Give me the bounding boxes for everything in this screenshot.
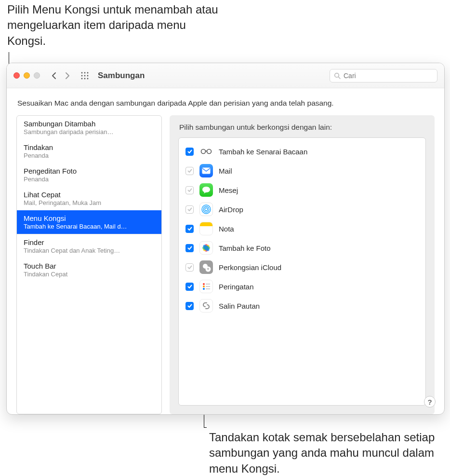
- forward-button[interactable]: [61, 70, 74, 82]
- extension-checkbox: [185, 205, 194, 214]
- sidebar-item[interactable]: Sambungan DitambahSambungan daripada per…: [17, 116, 161, 139]
- sidebar-item-subtitle: Tindakan Cepat dan Anak Teting…: [24, 247, 154, 254]
- sidebar-item[interactable]: Lihat CepatMail, Peringatan, Muka Jam: [17, 187, 161, 210]
- title-bar: Sambungan: [7, 63, 444, 88]
- extension-checkbox[interactable]: [185, 225, 194, 233]
- back-button[interactable]: [48, 70, 60, 82]
- extension-checkbox[interactable]: [185, 148, 194, 156]
- svg-point-2: [87, 72, 89, 73]
- sidebar-item[interactable]: Pengeditan FotoPenanda: [17, 163, 161, 187]
- sidebar-item-subtitle: Tindakan Cepat: [24, 271, 154, 278]
- mail-icon: [199, 164, 213, 177]
- sidebar-item-title: Tindakan: [24, 143, 155, 151]
- svg-point-6: [81, 78, 83, 79]
- check-icon: [187, 264, 193, 270]
- svg-point-0: [81, 72, 83, 73]
- svg-rect-13: [202, 168, 211, 174]
- svg-text:+: +: [207, 267, 209, 272]
- svg-point-1: [84, 72, 86, 73]
- link-icon: [199, 299, 213, 313]
- extension-row[interactable]: Salin Pautan: [182, 296, 423, 315]
- extension-row[interactable]: Mesej: [182, 180, 423, 200]
- search-field[interactable]: [330, 69, 437, 82]
- window-title: Sambungan: [98, 71, 145, 81]
- extension-label: Peringatan: [219, 283, 254, 291]
- extension-label: Tambah ke Senarai Bacaan: [219, 148, 307, 156]
- sidebar-item-title: Finder: [24, 238, 155, 246]
- extension-label: AirDrop: [219, 205, 243, 214]
- reminders-icon: [199, 280, 213, 293]
- nav-buttons: [48, 70, 74, 82]
- detail-heading: Pilih sambungan untuk berkongsi dengan l…: [178, 122, 426, 137]
- extension-checkbox: [185, 186, 194, 194]
- extension-label: Mesej: [219, 186, 238, 194]
- grid-icon: [80, 71, 89, 80]
- photos-icon: [199, 241, 213, 255]
- extension-row[interactable]: AirDrop: [182, 200, 423, 219]
- extension-row[interactable]: Tambah ke Foto: [182, 238, 423, 258]
- show-all-button[interactable]: [79, 70, 91, 82]
- check-icon: [187, 245, 193, 251]
- extension-row[interactable]: Tambah ke Senarai Bacaan: [182, 142, 423, 161]
- extension-row[interactable]: +Perkongsian iCloud: [182, 258, 423, 277]
- sidebar-item-subtitle: Penanda: [24, 152, 154, 159]
- help-button[interactable]: ?: [424, 396, 436, 408]
- detail-pane: Pilih sambungan untuk berkongsi dengan l…: [170, 115, 435, 414]
- check-icon: [187, 303, 193, 309]
- extension-label: Salin Pautan: [219, 302, 260, 310]
- sidebar-item-title: Menu Kongsi: [24, 214, 155, 222]
- search-icon: [334, 72, 341, 79]
- extension-label: Nota: [219, 225, 234, 233]
- reading-list-icon: [199, 145, 213, 158]
- extension-label: Perkongsian iCloud: [219, 263, 281, 272]
- svg-point-15: [203, 206, 209, 212]
- extension-checkbox[interactable]: [185, 283, 194, 291]
- sidebar-item-title: Touch Bar: [24, 262, 155, 270]
- svg-point-7: [84, 78, 86, 79]
- check-icon: [187, 284, 193, 289]
- svg-point-4: [84, 75, 86, 76]
- preferences-window: Sambungan Sesuaikan Mac anda dengan samb…: [6, 63, 445, 415]
- sidebar-item-subtitle: Mail, Peringatan, Muka Jam: [24, 199, 154, 206]
- extension-label: Tambah ke Foto: [219, 244, 271, 252]
- airdrop-icon: [199, 203, 213, 216]
- extension-list[interactable]: Tambah ke Senarai BacaanMailMesejAirDrop…: [178, 137, 426, 406]
- search-input[interactable]: [344, 72, 433, 80]
- extension-checkbox: [185, 263, 194, 272]
- svg-line-10: [339, 77, 341, 79]
- notes-icon: [199, 222, 213, 235]
- callout-line: [204, 427, 207, 428]
- annotation-bottom: Tandakan kotak semak bersebelahan setiap…: [209, 430, 440, 476]
- svg-point-12: [207, 150, 212, 154]
- sidebar-item[interactable]: Touch BarTindakan Cepat: [17, 258, 161, 282]
- extension-row[interactable]: Nota: [182, 219, 423, 238]
- svg-point-11: [201, 150, 206, 154]
- extension-checkbox[interactable]: [185, 302, 194, 310]
- sidebar-item-title: Sambungan Ditambah: [24, 120, 155, 128]
- sidebar-item[interactable]: FinderTindakan Cepat dan Anak Teting…: [17, 234, 161, 258]
- zoom-button: [34, 72, 40, 79]
- sidebar-item-title: Lihat Cepat: [24, 190, 155, 199]
- extension-row[interactable]: Mail: [182, 161, 423, 180]
- extension-row[interactable]: Peringatan: [182, 277, 423, 296]
- svg-point-25: [203, 286, 205, 287]
- sidebar-item-subtitle: Sambungan daripada perisian…: [24, 128, 154, 136]
- svg-point-26: [203, 288, 205, 290]
- chevron-left-icon: [51, 72, 57, 80]
- extension-checkbox[interactable]: [185, 244, 194, 252]
- sidebar-item[interactable]: TindakanPenanda: [17, 139, 161, 163]
- check-icon: [187, 149, 193, 154]
- sidebar-item[interactable]: Menu KongsiTambah ke Senarai Bacaan, Mai…: [17, 210, 161, 234]
- check-icon: [187, 187, 193, 193]
- sidebar-item-title: Pengeditan Foto: [24, 167, 155, 175]
- window-controls: [13, 72, 40, 79]
- pane-description: Sesuaikan Mac anda dengan sambungan dari…: [16, 97, 435, 115]
- icloud-sharing-icon: +: [199, 260, 213, 274]
- svg-point-14: [205, 208, 208, 211]
- close-button[interactable]: [13, 72, 20, 79]
- chevron-right-icon: [65, 72, 70, 80]
- svg-point-24: [203, 283, 205, 285]
- svg-point-3: [81, 75, 83, 76]
- annotation-top: Pilih Menu Kongsi untuk menambah atau me…: [7, 2, 219, 49]
- minimize-button[interactable]: [24, 72, 30, 79]
